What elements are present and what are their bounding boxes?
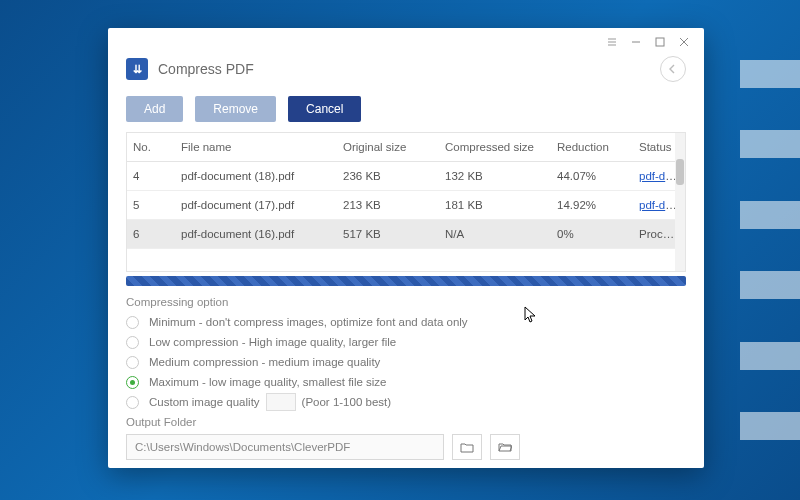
- option-label: Minimum - don't compress images, optimiz…: [149, 316, 468, 328]
- compression-options: Minimum - don't compress images, optimiz…: [108, 310, 704, 414]
- compression-section-label: Compressing option: [108, 294, 704, 310]
- browse-folder-button[interactable]: [452, 434, 482, 460]
- table-row[interactable]: 4pdf-document (18).pdf236 KB132 KB44.07%…: [127, 162, 685, 191]
- close-button[interactable]: [672, 32, 696, 52]
- quality-hint: (Poor 1-100 best): [302, 396, 392, 408]
- maximize-button[interactable]: [648, 32, 672, 52]
- compression-option[interactable]: Maximum - low image quality, smallest fi…: [126, 372, 686, 392]
- output-folder-row: C:\Users\Windows\Documents\CleverPDF: [108, 430, 704, 464]
- app-title: Compress PDF: [158, 61, 254, 77]
- option-label: Low compression - High image quality, la…: [149, 336, 396, 348]
- option-label: Maximum - low image quality, smallest fi…: [149, 376, 387, 388]
- cell-compressed: N/A: [439, 220, 551, 249]
- option-label: Custom image quality: [149, 396, 260, 408]
- back-button[interactable]: [660, 56, 686, 82]
- cell-reduction: 44.07%: [551, 162, 633, 191]
- cell-no: 4: [127, 162, 175, 191]
- col-header-filename: File name: [175, 133, 337, 162]
- open-folder-button[interactable]: [490, 434, 520, 460]
- compression-option[interactable]: Minimum - don't compress images, optimiz…: [126, 312, 686, 332]
- col-header-reduction: Reduction: [551, 133, 633, 162]
- scrollbar-track[interactable]: [675, 133, 685, 271]
- remove-button[interactable]: Remove: [195, 96, 276, 122]
- app-icon: ⇊: [126, 58, 148, 80]
- list-view-icon[interactable]: [600, 32, 624, 52]
- cell-compressed: 132 KB: [439, 162, 551, 191]
- app-window: ⇊ Compress PDF Add Remove Cancel No. Fil…: [108, 28, 704, 468]
- output-path-field[interactable]: C:\Users\Windows\Documents\CleverPDF: [126, 434, 444, 460]
- table-row[interactable]: 6pdf-document (16).pdf517 KBN/A0%Process…: [127, 220, 685, 249]
- wallpaper-light-beams: [740, 60, 800, 440]
- output-folder-label: Output Folder: [108, 414, 704, 430]
- col-header-no: No.: [127, 133, 175, 162]
- svg-rect-0: [656, 38, 664, 46]
- titlebar: [108, 28, 704, 56]
- cell-original: 236 KB: [337, 162, 439, 191]
- cell-original: 517 KB: [337, 220, 439, 249]
- add-button[interactable]: Add: [126, 96, 183, 122]
- cell-reduction: 14.92%: [551, 191, 633, 220]
- col-header-original: Original size: [337, 133, 439, 162]
- cell-reduction: 0%: [551, 220, 633, 249]
- toolbar: Add Remove Cancel: [108, 90, 704, 132]
- scrollbar-thumb[interactable]: [676, 159, 684, 185]
- radio-icon[interactable]: [126, 336, 139, 349]
- radio-icon[interactable]: [126, 316, 139, 329]
- cell-no: 5: [127, 191, 175, 220]
- file-table-container: No. File name Original size Compressed s…: [126, 132, 686, 272]
- radio-icon[interactable]: [126, 396, 139, 409]
- table-row[interactable]: 5pdf-document (17).pdf213 KB181 KB14.92%…: [127, 191, 685, 220]
- compression-option[interactable]: Medium compression - medium image qualit…: [126, 352, 686, 372]
- col-header-compressed: Compressed size: [439, 133, 551, 162]
- cell-filename: pdf-document (18).pdf: [175, 162, 337, 191]
- cell-no: 6: [127, 220, 175, 249]
- cell-filename: pdf-document (16).pdf: [175, 220, 337, 249]
- file-table: No. File name Original size Compressed s…: [127, 133, 685, 249]
- cancel-button[interactable]: Cancel: [288, 96, 361, 122]
- desktop-background: ⇊ Compress PDF Add Remove Cancel No. Fil…: [0, 0, 800, 500]
- option-label: Medium compression - medium image qualit…: [149, 356, 380, 368]
- quality-input[interactable]: [266, 393, 296, 411]
- cell-compressed: 181 KB: [439, 191, 551, 220]
- cell-original: 213 KB: [337, 191, 439, 220]
- compression-option[interactable]: Low compression - High image quality, la…: [126, 332, 686, 352]
- minimize-button[interactable]: [624, 32, 648, 52]
- radio-icon[interactable]: [126, 356, 139, 369]
- cell-filename: pdf-document (17).pdf: [175, 191, 337, 220]
- compression-option[interactable]: Custom image quality(Poor 1-100 best): [126, 392, 686, 412]
- radio-icon[interactable]: [126, 376, 139, 389]
- progress-bar: [126, 276, 686, 286]
- header: ⇊ Compress PDF: [108, 56, 704, 90]
